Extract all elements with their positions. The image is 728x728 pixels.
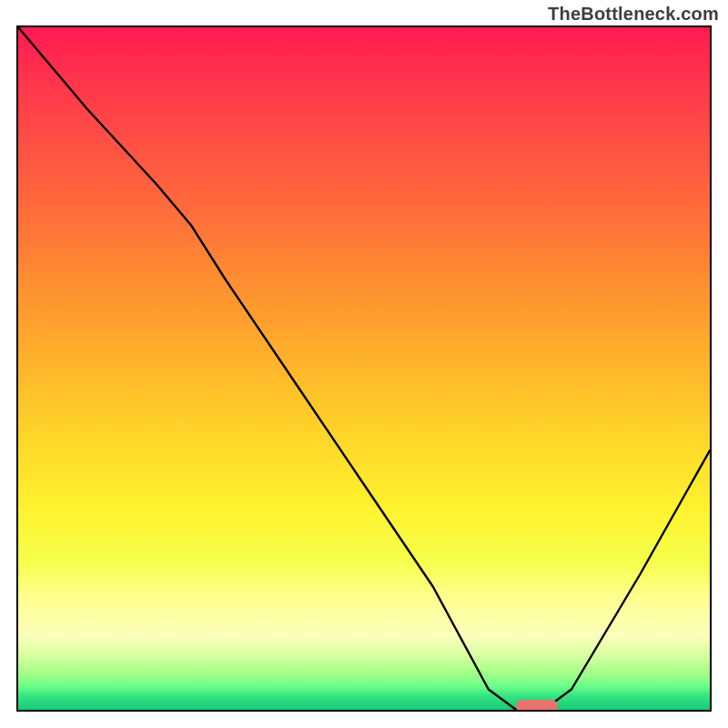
curve-plot xyxy=(18,27,710,710)
plot-frame xyxy=(16,25,712,712)
baseline-marker xyxy=(516,700,558,712)
watermark-text: TheBottleneck.com xyxy=(548,4,719,25)
chart-container: TheBottleneck.com xyxy=(0,0,728,728)
curve-line xyxy=(18,27,710,710)
